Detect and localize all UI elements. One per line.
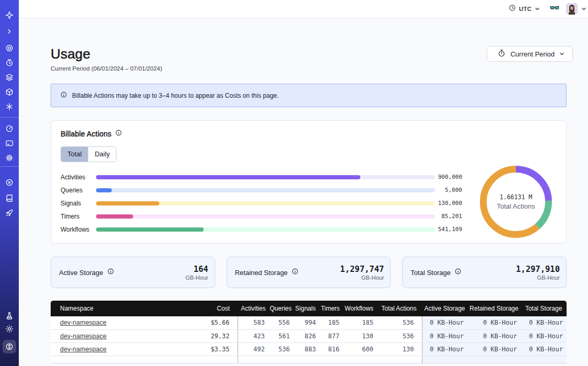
getting-started-icon[interactable] xyxy=(5,209,14,217)
bar-value: 541,109 xyxy=(435,226,462,233)
lab-icon[interactable] xyxy=(5,312,14,320)
settings-icon[interactable] xyxy=(5,154,14,162)
table-cell: 0 KB-Hour xyxy=(467,342,521,356)
cell-value: 556 xyxy=(278,319,290,326)
chevron-down-icon xyxy=(535,4,540,14)
donut-chart: 1.66131 M Total Actions xyxy=(479,165,552,238)
cell-value: 0 KB-Hour xyxy=(529,346,563,353)
table-cell: 816 xyxy=(319,342,342,356)
bar-track xyxy=(96,201,435,205)
usage-dollar-icon[interactable] xyxy=(3,340,16,353)
table-cell xyxy=(238,356,269,363)
col-header-total-storage[interactable]: Total Storage xyxy=(521,301,567,316)
storage-cards: Active Storage164GB-HourRetained Storage… xyxy=(51,257,567,288)
col-header-active-storage[interactable]: Active Storage xyxy=(422,301,467,316)
table-cell: 994 xyxy=(292,316,319,329)
docs-icon[interactable] xyxy=(5,194,14,202)
col-header-signals[interactable]: Signals xyxy=(292,301,319,316)
table-cell: 0 KB-Hour xyxy=(467,329,521,342)
logo-icon[interactable] xyxy=(5,11,14,19)
billing-icon[interactable] xyxy=(5,139,14,147)
cell-value: 536 xyxy=(403,333,414,340)
table-cell xyxy=(342,356,376,363)
table-cell: dev-namespace xyxy=(51,342,184,356)
storage-card-unit: GB-Hour xyxy=(185,274,208,281)
col-header-namespace[interactable]: Namespace xyxy=(51,301,184,316)
tab-total[interactable]: Total xyxy=(61,147,88,162)
page-subtitle: Current Period (06/01/2024 – 07/01/2024) xyxy=(51,65,162,72)
info-icon[interactable] xyxy=(291,268,299,277)
namespaces-icon[interactable] xyxy=(5,44,14,52)
storage-card-unit: GB-Hour xyxy=(340,274,384,281)
col-header-cost[interactable]: Cost xyxy=(184,301,238,316)
table-cell: dev-namespace xyxy=(51,316,184,329)
info-icon[interactable] xyxy=(115,129,122,139)
table-cell: 583 xyxy=(238,316,269,329)
col-header-activities[interactable]: Activities xyxy=(238,301,269,316)
sidebar-divider xyxy=(0,117,19,118)
bar-row-workflows: Workflows541,109 xyxy=(61,223,462,236)
col-header-queries[interactable]: Queries xyxy=(269,301,292,316)
col-header-workflows[interactable]: Workflows xyxy=(342,301,376,316)
table-cell xyxy=(184,356,238,363)
bar-value: 130,000 xyxy=(435,200,462,207)
table-cell: 883 xyxy=(292,342,319,356)
namespace-link[interactable]: dev-namespace xyxy=(60,346,107,353)
banner-text: Billable Actions may take up to 3–4 hour… xyxy=(72,92,279,99)
cell-value: $3.35 xyxy=(210,346,229,353)
asterisk-icon[interactable] xyxy=(5,102,14,111)
info-icon[interactable] xyxy=(107,268,114,277)
topbar: UTC xyxy=(19,0,588,18)
table-cell: $5.66 xyxy=(184,316,238,329)
gauge-icon[interactable] xyxy=(5,124,14,133)
table-cell: 0 KB-Hour xyxy=(521,316,567,329)
table-cell xyxy=(467,356,521,363)
chevron-down-icon xyxy=(559,50,565,58)
glasses-icon[interactable] xyxy=(549,3,560,15)
support-icon[interactable] xyxy=(5,178,14,187)
table-cell: $3.35 xyxy=(184,342,238,356)
table-header-row: NamespaceCostActivitiesQueriesSignalsTim… xyxy=(51,301,567,316)
table-cell xyxy=(422,356,467,363)
col-header-total-actions[interactable]: Total Actions xyxy=(376,301,422,316)
tab-daily[interactable]: Daily xyxy=(88,147,116,162)
table-cell: 492 xyxy=(238,342,269,356)
cell-value: 561 xyxy=(278,333,290,340)
table-cell: 423 xyxy=(238,329,269,342)
bar-fill xyxy=(96,227,204,232)
expand-icon[interactable] xyxy=(5,27,14,36)
col-header-timers[interactable]: Timers xyxy=(319,301,342,316)
cell-value: 0 KB-Hour xyxy=(483,333,517,340)
table-cell: 0 KB-Hour xyxy=(521,342,567,356)
total-storage-card: Total Storage1,297,910GB-Hour xyxy=(402,257,567,288)
table-row-2: dev-namespace$3.354925368838166001300 KB… xyxy=(51,342,567,356)
cell-value: 994 xyxy=(304,319,316,326)
col-header-retained-storage[interactable]: Retained Storage xyxy=(467,301,521,316)
table-cell: 0 KB-Hour xyxy=(422,329,467,342)
period-dropdown-button[interactable]: Current Period xyxy=(487,46,573,62)
billable-actions-title: Billable Actions xyxy=(61,130,111,138)
table-row-partial xyxy=(51,356,567,363)
namespace-link[interactable]: dev-namespace xyxy=(60,333,107,340)
theme-icon[interactable] xyxy=(5,325,14,333)
timezone-selector[interactable]: UTC xyxy=(509,4,540,14)
timezone-label: UTC xyxy=(519,6,532,12)
cell-value: 816 xyxy=(328,346,339,353)
page-title: Usage xyxy=(51,46,162,62)
layers-icon[interactable] xyxy=(5,73,14,82)
bar-fill xyxy=(96,188,112,192)
bar-fill xyxy=(96,214,133,219)
chevron-down-icon[interactable] xyxy=(581,4,586,14)
bar-chart: Activities900,000Queries5,000Signals130,… xyxy=(61,170,462,238)
usage-table-wrap: NamespaceCostActivitiesQueriesSignalsTim… xyxy=(51,301,567,363)
sidebar xyxy=(0,0,19,366)
schedules-icon[interactable] xyxy=(5,59,14,67)
avatar[interactable] xyxy=(566,3,578,15)
namespace-link[interactable]: dev-namespace xyxy=(60,319,107,326)
deployments-icon[interactable] xyxy=(5,88,14,96)
cell-value: 0 KB-Hour xyxy=(430,319,464,326)
info-icon[interactable] xyxy=(454,268,462,277)
cell-value: 0 KB-Hour xyxy=(483,319,517,326)
bar-label: Timers xyxy=(61,213,96,220)
cell-value: 826 xyxy=(304,333,316,340)
